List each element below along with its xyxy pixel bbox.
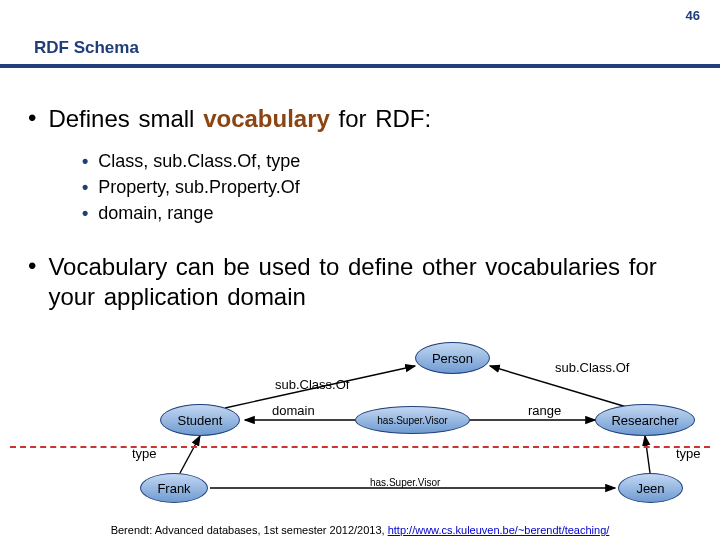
bullet-dot: • (28, 252, 36, 312)
footer-text: Berendt: Advanced databases, 1st semeste… (111, 524, 388, 536)
node-student: Student (160, 404, 240, 436)
svg-line-4 (180, 436, 200, 473)
sub-bullet-3: •domain, range (82, 200, 692, 226)
bullet-dot: • (28, 104, 36, 134)
bullet-2: • Vocabulary can be used to define other… (28, 252, 692, 312)
node-frank: Frank (140, 473, 208, 503)
slide-title: RDF Schema (0, 38, 720, 68)
slide-number: 46 (686, 8, 700, 23)
content-area: • Defines small vocabulary for RDF: •Cla… (0, 68, 720, 312)
label-domain: domain (272, 403, 315, 418)
label-subclassof-right: sub.Class.Of (555, 360, 629, 375)
label-type-left: type (132, 446, 157, 461)
sub-bullets: •Class, sub.Class.Of, type •Property, su… (82, 148, 692, 226)
node-jeen: Jeen (618, 473, 683, 503)
diagram: Person Student has.Super.Visor Researche… (0, 330, 720, 510)
bullet-dot: • (82, 200, 88, 226)
node-person: Person (415, 342, 490, 374)
layer-divider (10, 446, 710, 448)
sub-bullet-3-text: domain, range (98, 200, 213, 226)
bullet-dot: • (82, 148, 88, 174)
bullet-1-post: for RDF: (330, 105, 431, 132)
bullet-1-bold: vocabulary (203, 105, 330, 132)
label-range: range (528, 403, 561, 418)
node-researcher: Researcher (595, 404, 695, 436)
sub-bullet-1-text: Class, sub.Class.Of, type (98, 148, 300, 174)
label-hassupervisor-instance: has.Super.Visor (370, 477, 440, 488)
bullet-dot: • (82, 174, 88, 200)
label-subclassof-left: sub.Class.Of (275, 377, 349, 392)
sub-bullet-2: •Property, sub.Property.Of (82, 174, 692, 200)
bullet-2-text: Vocabulary can be used to define other v… (48, 252, 692, 312)
sub-bullet-2-text: Property, sub.Property.Of (98, 174, 299, 200)
bullet-1: • Defines small vocabulary for RDF: (28, 104, 692, 134)
sub-bullet-1: •Class, sub.Class.Of, type (82, 148, 692, 174)
bullet-1-pre: Defines small (48, 105, 203, 132)
svg-line-5 (645, 436, 650, 473)
label-type-right: type (676, 446, 701, 461)
footer: Berendt: Advanced databases, 1st semeste… (0, 524, 720, 536)
footer-link[interactable]: http://www.cs.kuleuven.be/~berendt/teach… (388, 524, 610, 536)
bullet-1-text: Defines small vocabulary for RDF: (48, 104, 431, 134)
node-hassupervisor: has.Super.Visor (355, 406, 470, 434)
